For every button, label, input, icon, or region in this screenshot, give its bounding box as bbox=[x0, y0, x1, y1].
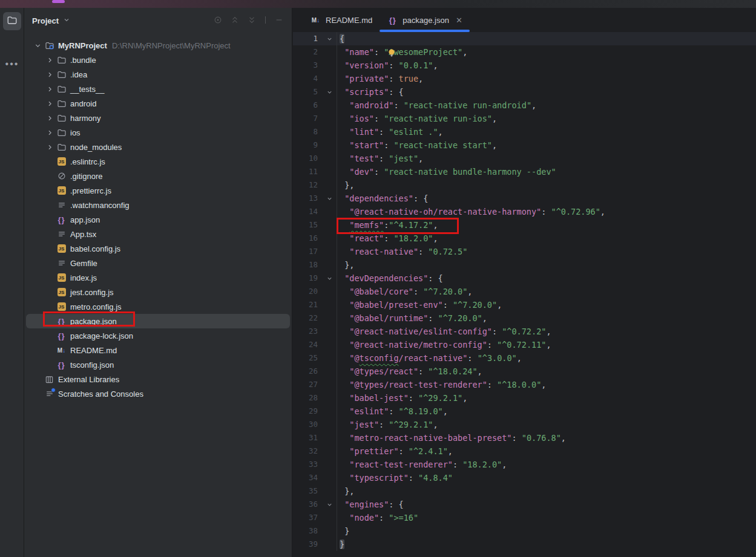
code-text[interactable]: "prettier": "^2.4.1", bbox=[337, 445, 756, 458]
code-text[interactable]: "jest": "^29.2.1", bbox=[337, 418, 756, 431]
tree-item-app-tsx[interactable]: App.tsx bbox=[26, 227, 290, 241]
collapse-all-icon[interactable] bbox=[248, 16, 256, 27]
line-number: 35 bbox=[293, 484, 322, 498]
chevron-down-icon[interactable] bbox=[63, 15, 70, 26]
tree-item-watchmanconfig[interactable]: .watchmanconfig bbox=[26, 198, 290, 212]
chevron-right-icon[interactable] bbox=[44, 71, 56, 79]
project-tool-button[interactable] bbox=[3, 12, 21, 30]
tree-item-prettierrc-js[interactable]: JS.prettierrc.js bbox=[26, 183, 290, 198]
code-text[interactable]: }, bbox=[337, 258, 756, 272]
tree-item-scratches-and-consoles[interactable]: Scratches and Consoles bbox=[26, 386, 290, 401]
expand-all-icon[interactable] bbox=[231, 16, 239, 27]
code-text[interactable]: "start": "react-native start", bbox=[337, 138, 756, 152]
tree-item-tests[interactable]: __tests__ bbox=[26, 82, 290, 96]
tree-item-label: harmony bbox=[70, 114, 101, 123]
code-text[interactable]: "react-native": "0.72.5" bbox=[337, 245, 756, 258]
line-number: 26 bbox=[293, 365, 322, 378]
code-text[interactable]: "react-test-renderer": "18.2.0", bbox=[337, 458, 756, 471]
chevron-right-icon[interactable] bbox=[44, 114, 56, 122]
code-text[interactable]: "node": ">=16" bbox=[337, 511, 756, 524]
chevron-right-icon[interactable] bbox=[44, 85, 56, 93]
tree-item-readme-md[interactable]: M↓README.md bbox=[26, 343, 290, 357]
tree-item-ios[interactable]: ios bbox=[26, 125, 290, 140]
tree-item-package-json[interactable]: {}package.json bbox=[26, 314, 290, 328]
code-text[interactable]: "@babel/preset-env": "^7.20.0", bbox=[337, 298, 756, 311]
chevron-right-icon[interactable] bbox=[44, 129, 56, 137]
tree-item-node-modules[interactable]: node_modules bbox=[26, 140, 290, 154]
code-text[interactable]: "lint": "eslint .", bbox=[337, 125, 756, 138]
tree-item-index-js[interactable]: JSindex.js bbox=[26, 270, 290, 285]
code-text[interactable]: "android": "react-native run-android", bbox=[337, 99, 756, 112]
code-text[interactable]: "eslint": "^8.19.0", bbox=[337, 405, 756, 418]
code-text[interactable]: "dev": "react-native bundle-harmony --de… bbox=[337, 165, 756, 178]
code-text[interactable]: "devDependencies": { bbox=[337, 272, 756, 285]
folder-icon bbox=[7, 15, 18, 28]
tree-item-gitignore[interactable]: .gitignore bbox=[26, 169, 290, 183]
code-text[interactable]: "metro-react-native-babel-preset": "0.76… bbox=[337, 431, 756, 445]
locate-file-icon[interactable] bbox=[214, 16, 222, 27]
tree-item-package-lock-json[interactable]: {}package-lock.json bbox=[26, 328, 290, 343]
panel-title[interactable]: Project bbox=[32, 16, 59, 25]
tree-item-android[interactable]: android bbox=[26, 96, 290, 111]
project-tree: MyRNProjectD:\RN\MyRNProject\MyRNProject… bbox=[24, 38, 292, 401]
tree-item-gemfile[interactable]: Gemfile bbox=[26, 256, 290, 270]
tree-item-bundle[interactable]: .bundle bbox=[26, 53, 290, 67]
code-text[interactable]: "private": true, bbox=[337, 72, 756, 85]
code-text[interactable]: "babel-jest": "^29.2.1", bbox=[337, 391, 756, 405]
tree-item-myrnproject[interactable]: MyRNProjectD:\RN\MyRNProject\MyRNProject bbox=[26, 38, 290, 53]
code-text[interactable]: "@react-native/eslint-config": "^0.72.2"… bbox=[337, 325, 756, 338]
code-text[interactable]: "engines": { bbox=[337, 498, 756, 511]
fold-chevron-icon[interactable] bbox=[322, 272, 337, 285]
tree-item-label: MyRNProject bbox=[58, 41, 107, 50]
line-number: 1 bbox=[293, 32, 322, 45]
chevron-right-icon[interactable] bbox=[44, 100, 56, 108]
fold-chevron-icon[interactable] bbox=[322, 85, 337, 99]
more-tool-windows-button[interactable]: ••• bbox=[3, 55, 21, 73]
tab-package-json[interactable]: {}package.json✕ bbox=[380, 8, 470, 32]
fold-chevron-icon[interactable] bbox=[322, 498, 337, 511]
code-text[interactable]: } bbox=[337, 538, 756, 551]
line-number: 21 bbox=[293, 298, 322, 311]
line-number: 7 bbox=[293, 112, 322, 125]
close-tab-icon[interactable]: ✕ bbox=[456, 16, 462, 25]
hide-panel-icon[interactable] bbox=[275, 16, 283, 27]
fold-chevron-icon[interactable] bbox=[322, 32, 337, 45]
code-text[interactable]: }, bbox=[337, 178, 756, 192]
intention-bulb-icon[interactable] bbox=[387, 48, 396, 57]
tree-item-app-json[interactable]: {}app.json bbox=[26, 212, 290, 227]
code-text[interactable]: "memfs":"^4.17.2", bbox=[337, 218, 756, 232]
code-text[interactable]: "@react-native/metro-config": "^0.72.11"… bbox=[337, 338, 756, 351]
code-text[interactable]: "@types/react-test-renderer": "^18.0.0", bbox=[337, 378, 756, 391]
chevron-down-icon[interactable] bbox=[31, 42, 44, 50]
chevron-right-icon[interactable] bbox=[44, 56, 56, 64]
tree-item-babel-config-js[interactable]: JSbabel.config.js bbox=[26, 241, 290, 256]
tree-item-tsconfig-json[interactable]: {}tsconfig.json bbox=[26, 357, 290, 372]
tree-item-harmony[interactable]: harmony bbox=[26, 111, 290, 125]
code-text[interactable]: "ios": "react-native run-ios", bbox=[337, 112, 756, 125]
code-text[interactable]: "@types/react": "^18.0.24", bbox=[337, 365, 756, 378]
chevron-right-icon[interactable] bbox=[44, 143, 56, 151]
tab-readme-md[interactable]: M↓README.md bbox=[303, 8, 380, 32]
code-text[interactable]: "@babel/runtime": "^7.20.0", bbox=[337, 311, 756, 325]
code-text[interactable]: "version": "0.0.1", bbox=[337, 59, 756, 72]
tree-item-idea[interactable]: .idea bbox=[26, 67, 290, 82]
fold-chevron-icon[interactable] bbox=[322, 192, 337, 205]
code-text[interactable]: "typescript": "4.8.4" bbox=[337, 471, 756, 484]
code-text[interactable]: "@tsconfig/react-native": "^3.0.0", bbox=[337, 351, 756, 365]
tree-item-metro-config-js[interactable]: JSmetro.config.js bbox=[26, 299, 290, 314]
tree-item-jest-config-js[interactable]: JSjest.config.js bbox=[26, 285, 290, 299]
tree-item-external-libraries[interactable]: External Libraries bbox=[26, 372, 290, 386]
code-text[interactable]: "@babel/core": "^7.20.0", bbox=[337, 285, 756, 298]
code-text[interactable]: "name": "AwesomeProject", bbox=[337, 45, 756, 59]
code-text[interactable]: "react": "18.2.0", bbox=[337, 232, 756, 245]
code-text[interactable]: "scripts": { bbox=[337, 85, 756, 99]
code-text[interactable]: "@react-native-oh/react-native-harmony":… bbox=[337, 205, 756, 218]
code-text[interactable]: { bbox=[337, 32, 756, 45]
code-text[interactable]: }, bbox=[337, 484, 756, 498]
line-number: 33 bbox=[293, 458, 322, 471]
code-text[interactable]: "test": "jest", bbox=[337, 152, 756, 165]
tree-item-eslintrc-js[interactable]: JS.eslintrc.js bbox=[26, 154, 290, 169]
code-editor[interactable]: 1{2 "name": "AwesomeProject",3 "version"… bbox=[293, 32, 756, 551]
code-text[interactable]: "dependencies": { bbox=[337, 192, 756, 205]
code-text[interactable]: } bbox=[337, 524, 756, 538]
